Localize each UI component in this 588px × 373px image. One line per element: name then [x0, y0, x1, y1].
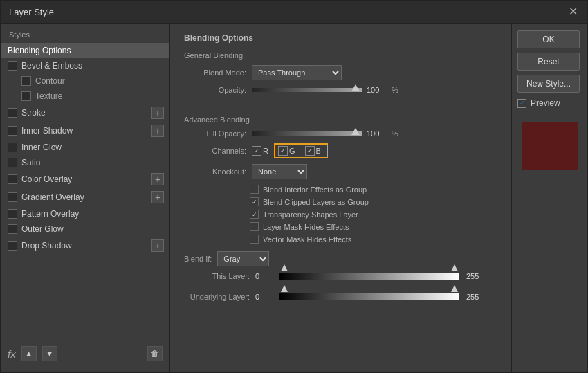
- sidebar-item-check[interactable]: [8, 126, 17, 136]
- layer-mask-hides-checkbox[interactable]: [250, 222, 259, 231]
- add-stroke-button[interactable]: +: [151, 107, 164, 119]
- new-style-button[interactable]: New Style...: [517, 75, 580, 93]
- underlying-layer-right-thumb: [451, 285, 458, 292]
- sidebar-item-check[interactable]: [8, 143, 17, 152]
- vector-mask-hides-label: Vector Mask Hides Effects: [263, 235, 351, 244]
- sidebar-item-label: Blending Options: [8, 46, 164, 55]
- opacity-row: Opacity: 100 %: [184, 86, 497, 94]
- sidebar-item-check[interactable]: [8, 108, 17, 118]
- close-button[interactable]: ✕: [567, 6, 579, 17]
- channel-b-label: B: [316, 147, 321, 155]
- title-bar: Layer Style ✕: [1, 1, 587, 24]
- general-blending-label: General Blending: [184, 51, 497, 60]
- blend-interior-label: Blend Interior Effects as Group: [263, 185, 367, 194]
- blend-if-label: Blend If:: [184, 255, 212, 263]
- move-up-button[interactable]: ▲: [21, 346, 37, 361]
- sidebar-item-label: Contour: [35, 76, 164, 86]
- vector-mask-hides-checkbox[interactable]: [250, 235, 259, 244]
- sidebar-item-check[interactable]: [8, 174, 17, 184]
- this-layer-slider-group: 0 255: [255, 272, 484, 280]
- sidebar-item-contour[interactable]: Contour: [1, 73, 169, 89]
- fill-opacity-slider[interactable]: [252, 131, 362, 136]
- color-preview-swatch: [522, 122, 578, 170]
- underlying-layer-slider-container: [279, 293, 459, 300]
- opacity-value: 100: [367, 86, 387, 94]
- blend-mode-label: Blend Mode:: [184, 69, 246, 77]
- channels-label: Channels:: [184, 147, 246, 155]
- fill-opacity-value: 100: [367, 129, 387, 138]
- transparency-shapes-checkbox[interactable]: [250, 210, 259, 219]
- knockout-label: Knockout:: [184, 167, 246, 176]
- channel-b-group: B: [305, 146, 321, 156]
- move-down-button[interactable]: ▼: [42, 346, 57, 361]
- opacity-thumb: [351, 84, 360, 91]
- sidebar-item-check[interactable]: [21, 91, 31, 101]
- knockout-select[interactable]: None Shallow Deep: [252, 164, 307, 179]
- sidebar-item-check[interactable]: [8, 224, 17, 234]
- opacity-slider[interactable]: [252, 88, 362, 92]
- sidebar-item-label: Satin: [21, 158, 164, 167]
- sidebar-item-blending-options[interactable]: Blending Options: [1, 43, 169, 58]
- sidebar-item-stroke[interactable]: Stroke +: [1, 104, 169, 122]
- underlying-layer-max: 255: [466, 293, 484, 301]
- blend-mode-row: Blend Mode: Pass Through: [184, 65, 497, 80]
- delete-button[interactable]: 🗑: [147, 346, 163, 361]
- fill-opacity-pct: %: [392, 129, 398, 138]
- sidebar-item-drop-shadow[interactable]: Drop Shadow +: [1, 237, 169, 255]
- channel-b-checkbox[interactable]: [305, 146, 315, 156]
- blend-mode-select[interactable]: Pass Through: [252, 65, 342, 80]
- this-layer-slider[interactable]: [279, 273, 459, 280]
- sidebar-item-label: Outer Glow: [21, 224, 164, 234]
- sidebar-item-label: Pattern Overlay: [21, 209, 164, 219]
- sidebar-item-check[interactable]: [8, 61, 17, 71]
- sidebar-item-check[interactable]: [8, 192, 17, 202]
- sidebar-item-label: Inner Glow: [21, 143, 164, 152]
- sidebar-item-color-overlay[interactable]: Color Overlay +: [1, 170, 169, 188]
- preview-checkbox[interactable]: [517, 99, 526, 108]
- divider-1: [184, 107, 497, 107]
- sidebar-item-check[interactable]: [8, 158, 17, 167]
- channel-g-checkbox[interactable]: [278, 146, 288, 156]
- sidebar-item-gradient-overlay[interactable]: Gradient Overlay +: [1, 188, 169, 206]
- section-title: Blending Options: [184, 33, 497, 43]
- sidebar-item-check[interactable]: [8, 241, 17, 251]
- underlying-layer-slider-group: 0 255: [255, 293, 484, 301]
- sidebar-item-texture[interactable]: Texture: [1, 89, 169, 104]
- dialog-title: Layer Style: [9, 7, 54, 17]
- sidebar-item-bevel-emboss[interactable]: Bevel & Emboss: [1, 58, 169, 73]
- fill-opacity-thumb: [351, 128, 360, 135]
- add-inner-shadow-button[interactable]: +: [151, 125, 164, 137]
- knockout-row: Knockout: None Shallow Deep: [184, 164, 497, 179]
- channel-r-checkbox[interactable]: [252, 146, 261, 156]
- sidebar-item-satin[interactable]: Satin: [1, 155, 169, 170]
- layer-mask-hides-label: Layer Mask Hides Effects: [263, 223, 349, 231]
- sidebar-item-check[interactable]: [8, 209, 17, 219]
- left-bottom-bar: fx ▲ ▼ 🗑: [1, 340, 169, 367]
- advanced-blending-label: Advanced Blending: [184, 116, 497, 124]
- blend-clipped-checkbox[interactable]: [250, 197, 259, 206]
- this-layer-min: 0: [255, 272, 273, 280]
- fill-opacity-slider-container: 100 %: [252, 129, 398, 138]
- underlying-layer-left-thumb: [281, 285, 288, 292]
- sidebar-item-outer-glow[interactable]: Outer Glow: [1, 221, 169, 237]
- main-panel: Blending Options General Blending Blend …: [170, 24, 511, 372]
- add-gradient-overlay-button[interactable]: +: [151, 191, 164, 203]
- channels-row: Channels: R G B: [184, 143, 497, 158]
- this-layer-slider-container: [279, 273, 459, 280]
- sidebar-item-label: Stroke: [21, 108, 151, 118]
- sidebar-item-inner-shadow[interactable]: Inner Shadow +: [1, 122, 169, 140]
- blend-clipped-label: Blend Clipped Layers as Group: [263, 198, 369, 206]
- underlying-layer-slider[interactable]: [279, 293, 459, 300]
- sidebar-item-inner-glow[interactable]: Inner Glow: [1, 140, 169, 155]
- add-drop-shadow-button[interactable]: +: [151, 239, 164, 252]
- blend-if-select[interactable]: Gray Red Green Blue: [217, 251, 269, 266]
- sidebar-item-check[interactable]: [21, 76, 31, 86]
- channel-r-group: R: [252, 146, 268, 156]
- this-layer-max: 255: [466, 272, 484, 280]
- add-color-overlay-button[interactable]: +: [151, 173, 164, 185]
- blend-interior-checkbox[interactable]: [250, 185, 259, 194]
- reset-button[interactable]: Reset: [517, 53, 580, 71]
- sidebar-item-pattern-overlay[interactable]: Pattern Overlay: [1, 206, 169, 221]
- ok-button[interactable]: OK: [517, 30, 580, 48]
- this-layer-right-thumb: [451, 264, 458, 271]
